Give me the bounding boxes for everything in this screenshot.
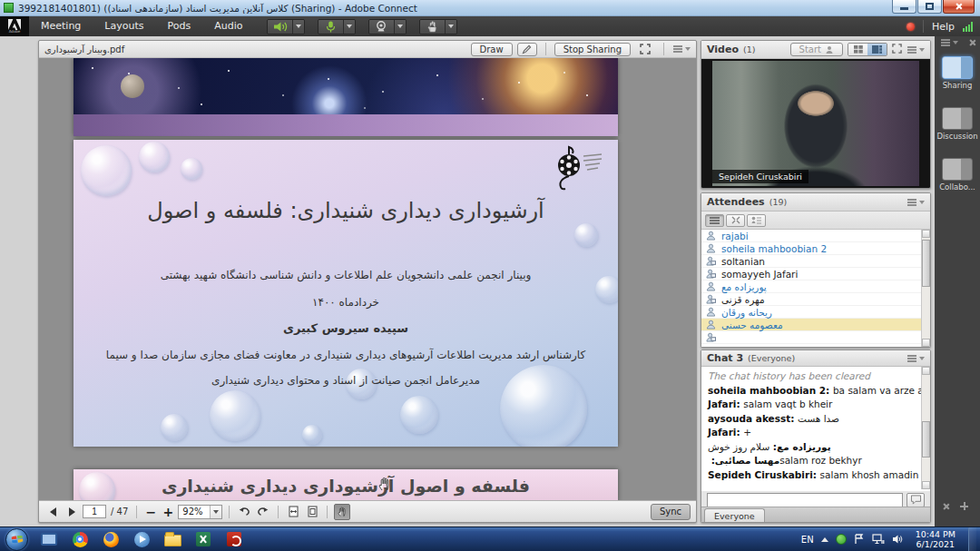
participant-icon xyxy=(706,243,716,253)
chat-input[interactable] xyxy=(707,493,903,507)
next-page-button[interactable] xyxy=(64,504,80,520)
fullscreen-button[interactable] xyxy=(635,43,655,56)
pointer-tool-button[interactable] xyxy=(517,43,537,56)
fit-width-button[interactable] xyxy=(285,504,301,520)
attendees-scrollbar[interactable] xyxy=(921,230,930,347)
taskbar-icon-chrome[interactable] xyxy=(66,529,93,550)
host-icon xyxy=(706,294,716,304)
video-name-overlay: Sepideh Ciruskabiri xyxy=(712,170,808,183)
attendee-row[interactable]: مهره قزنی xyxy=(701,293,930,306)
slide-subtitle: وبینار انجمن علمی دانشجویان علم اطلاعات … xyxy=(83,269,609,281)
video-pod-menu-icon[interactable] xyxy=(906,48,925,52)
menu-pods[interactable]: Pods xyxy=(155,16,202,36)
clock[interactable]: 10:44 PM 6/1/2021 xyxy=(910,529,961,549)
attendee-row[interactable]: soheila mahboobian 2 xyxy=(701,242,930,255)
start-button[interactable] xyxy=(5,528,28,551)
zoom-out-button[interactable]: − xyxy=(143,504,158,520)
clock-date: 6/1/2021 xyxy=(916,539,956,549)
speaker-button[interactable] xyxy=(268,20,292,34)
send-message-button[interactable] xyxy=(906,493,925,507)
language-indicator[interactable]: EN xyxy=(801,535,814,545)
layout-collaboration[interactable]: Collabo... xyxy=(935,158,980,192)
taskbar-icon-excel[interactable] xyxy=(190,529,217,550)
attendee-row[interactable]: soltanian xyxy=(701,255,930,268)
video-fullscreen-button[interactable] xyxy=(892,44,902,56)
zoom-in-button[interactable]: + xyxy=(161,504,175,520)
stop-sharing-button[interactable]: Stop Sharing xyxy=(554,43,631,56)
webcam-button[interactable] xyxy=(369,20,394,34)
microphone-dropdown[interactable] xyxy=(343,20,355,34)
microphone-control xyxy=(318,19,356,34)
taskbar-icon-acrobat[interactable] xyxy=(220,529,248,550)
chat-tab-everyone[interactable]: Everyone xyxy=(704,508,765,522)
help-menu[interactable]: Help xyxy=(932,21,955,33)
layout-discussion[interactable]: Discussion xyxy=(935,107,980,141)
maximize-button[interactable] xyxy=(917,0,942,14)
raise-hand-button[interactable] xyxy=(420,20,445,34)
hand-tool-button[interactable] xyxy=(334,504,350,520)
add-layout-icon[interactable] xyxy=(960,502,968,510)
draw-button[interactable]: Draw xyxy=(471,43,513,56)
taskbar-icon-firefox[interactable] xyxy=(97,529,124,550)
tray-app-icon[interactable] xyxy=(836,534,847,545)
participant-icon xyxy=(706,231,716,241)
layout-sharing[interactable]: Sharing xyxy=(935,56,980,90)
close-button[interactable] xyxy=(943,0,975,14)
microphone-button[interactable] xyxy=(318,20,343,34)
breakout-view-button[interactable] xyxy=(726,214,745,227)
sync-button[interactable]: Sync xyxy=(651,504,691,520)
attendee-row[interactable]: ریحانه ورقان xyxy=(701,306,930,319)
menu-meeting[interactable]: Meeting xyxy=(29,16,93,36)
attendee-name: soheila mahboobian 2 xyxy=(721,243,827,254)
page-number-input[interactable] xyxy=(83,505,106,518)
chat-messages[interactable]: The chat history has been cleared soheil… xyxy=(701,367,930,489)
rotate-right-button[interactable] xyxy=(255,504,271,520)
chat-scrollbar[interactable] xyxy=(921,367,930,489)
grid-view-button[interactable] xyxy=(848,44,867,55)
show-hidden-icons-button[interactable] xyxy=(821,537,828,542)
menu-layouts[interactable]: Layouts xyxy=(93,16,155,36)
webcam-dropdown[interactable] xyxy=(394,20,406,34)
attendee-list-view-button[interactable] xyxy=(705,214,724,227)
connection-status-icon[interactable] xyxy=(963,22,973,32)
action-center-flag-icon[interactable] xyxy=(854,534,865,545)
slide-speaker-role-1: کارشناس ارشد مدیریت اطلاعات آرشیوهای دید… xyxy=(83,349,609,361)
network-icon[interactable] xyxy=(872,534,885,545)
taskbar-icon-media-player[interactable] xyxy=(128,529,155,550)
attendee-row[interactable]: rajabi xyxy=(701,230,930,242)
layout-bar-close-icon[interactable] xyxy=(968,39,975,46)
taskbar-icon-messenger[interactable] xyxy=(35,529,63,550)
show-desktop-button[interactable] xyxy=(968,527,976,551)
speaker-dropdown[interactable] xyxy=(292,20,304,34)
share-pod-menu-icon[interactable] xyxy=(672,47,691,51)
attendees-toolbar xyxy=(701,212,930,230)
delete-layout-icon[interactable] xyxy=(942,503,949,510)
adobe-logo: Adobe xyxy=(0,16,29,36)
chat-pod-menu-icon[interactable] xyxy=(906,357,925,360)
attendee-row[interactable]: پوریزاده مع xyxy=(701,280,930,293)
attendees-list[interactable]: rajabi soheila mahboobian 2 soltanian so… xyxy=(701,230,930,347)
start-webcam-button[interactable]: Start xyxy=(790,43,843,56)
chat-bubble-icon xyxy=(910,495,922,505)
previous-page-button[interactable] xyxy=(44,504,61,520)
attendee-row[interactable]: somayyeh Jafari xyxy=(701,268,930,280)
filmstrip-view-button[interactable] xyxy=(867,44,887,55)
attendees-pod-menu-icon[interactable] xyxy=(906,201,925,204)
attendee-status-view-button[interactable] xyxy=(747,214,766,227)
rotate-left-button[interactable] xyxy=(236,504,252,520)
minimize-button[interactable] xyxy=(892,0,916,14)
volume-icon[interactable] xyxy=(892,534,903,545)
attendees-pod-count: (19) xyxy=(769,197,788,207)
zoom-dropdown-icon[interactable] xyxy=(210,506,221,518)
taskbar-icon-explorer-folder[interactable] xyxy=(159,529,186,550)
attendee-row-selected[interactable]: معصومه حسنی xyxy=(701,319,930,331)
host-icon xyxy=(706,332,716,342)
zoom-select[interactable]: 92% xyxy=(178,505,222,519)
fit-page-button[interactable] xyxy=(304,504,320,520)
document-viewport[interactable]: آرشیوداری دیداری شنیداری: فلسفه و اصول و… xyxy=(39,58,696,500)
layout-bar-menu-icon[interactable] xyxy=(940,41,958,44)
attendee-row-partial[interactable] xyxy=(701,331,930,344)
status-dropdown[interactable] xyxy=(445,20,456,34)
chat-tabs: Everyone xyxy=(701,507,930,522)
menu-audio[interactable]: Audio xyxy=(202,16,254,36)
